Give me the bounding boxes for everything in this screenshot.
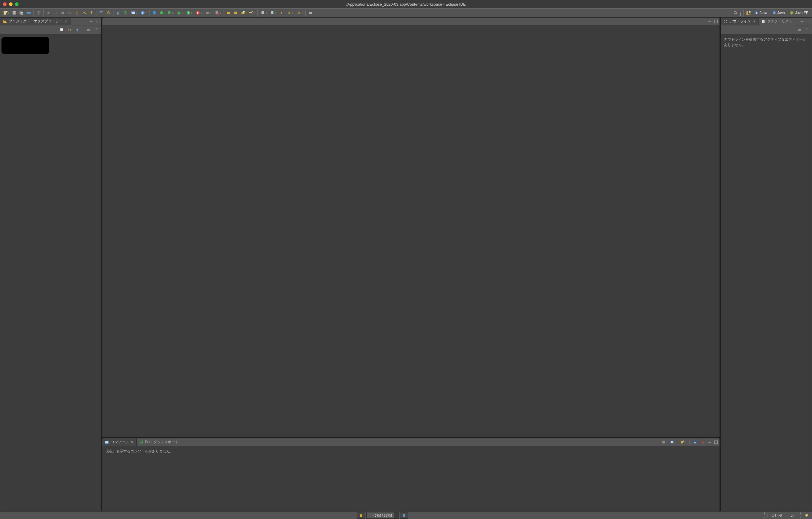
svg-rect-83 <box>671 441 673 443</box>
new-button[interactable]: +▾ <box>1 9 11 17</box>
heap-bar[interactable]: 467M / 537M <box>366 512 399 519</box>
run-button[interactable]: ▾ <box>184 9 194 17</box>
gear-button[interactable] <box>115 9 122 17</box>
step-into-button[interactable] <box>74 9 81 17</box>
build-button[interactable] <box>158 9 165 17</box>
svg-text:+: + <box>683 440 684 442</box>
skype-button[interactable]: S▾ <box>139 9 148 17</box>
open-task-button[interactable] <box>239 9 246 17</box>
outline-menu-button[interactable] <box>803 26 811 33</box>
svg-rect-16 <box>61 12 64 14</box>
new-wizard-button[interactable]: ✶▾ <box>259 9 268 17</box>
step-return-button[interactable] <box>88 9 95 17</box>
quick-access-button[interactable] <box>732 9 739 17</box>
maximize-view-button[interactable] <box>94 18 101 25</box>
power-icon <box>139 440 143 444</box>
autowired-button[interactable] <box>105 9 112 17</box>
open-console-button[interactable]: +▾ <box>678 439 688 446</box>
close-icon[interactable]: × <box>753 19 756 24</box>
view-menu-button[interactable] <box>92 26 100 33</box>
link-editor-button[interactable] <box>66 26 73 33</box>
minimize-console-button[interactable]: ─ <box>706 439 713 445</box>
minimize-editor-button[interactable]: ─ <box>706 18 713 25</box>
open-perspective-button[interactable]: + <box>745 9 752 17</box>
perspective-java-alt-label: Java <box>777 11 785 15</box>
main-toolbar: +▾ ▾ S▾ <box>0 8 812 17</box>
skip-breakpoints-button[interactable] <box>35 9 42 17</box>
outline-view: アウトライン × タスク・リスト ─ アウトラインを提供するアクティブなエディタ… <box>721 17 812 511</box>
browser-button[interactable]: ▾ <box>129 9 139 17</box>
console-tab[interactable]: コンソール × <box>103 438 137 446</box>
minimize-window-button[interactable] <box>9 2 12 6</box>
disconnect-button[interactable] <box>66 9 74 17</box>
svg-rect-10 <box>27 12 30 13</box>
editor-area: ─ <box>102 17 720 437</box>
tip-of-day-button[interactable] <box>803 512 810 519</box>
svg-point-41 <box>217 13 219 15</box>
ansi-disable-button[interactable]: A <box>699 439 706 446</box>
heap-toggle-button[interactable] <box>400 512 408 519</box>
toggle-breadcrumb-button[interactable] <box>25 9 32 17</box>
svg-rect-104 <box>360 515 362 517</box>
svg-text:J: J <box>774 12 775 14</box>
line-separator-status[interactable]: LF <box>786 513 799 518</box>
perspective-java[interactable]: J Java <box>752 9 770 17</box>
globe-button[interactable] <box>151 9 158 17</box>
focus-outline-button[interactable] <box>795 26 803 33</box>
minimize-outline-button[interactable]: ─ <box>799 18 805 25</box>
save-all-button[interactable] <box>18 9 25 17</box>
encoding-status[interactable]: UTF-8 <box>767 513 786 518</box>
open-type-button[interactable] <box>232 9 239 17</box>
svg-text:S: S <box>142 12 144 15</box>
pin-console-button[interactable] <box>660 439 667 446</box>
svg-rect-14 <box>55 12 55 14</box>
minimize-view-button[interactable]: ─ <box>88 18 94 25</box>
coverage-button[interactable]: ▾ <box>194 9 203 17</box>
external-tools-button[interactable]: ▾ <box>213 9 223 17</box>
maximize-outline-button[interactable] <box>805 18 812 25</box>
terminate-button[interactable] <box>59 9 66 17</box>
back-history-button[interactable]: ▾ <box>285 9 295 17</box>
search-dropdown-button[interactable]: ▾ <box>246 9 256 17</box>
outline-tab[interactable]: アウトライン × <box>721 18 759 25</box>
close-icon[interactable]: × <box>130 440 134 444</box>
project-explorer-tab[interactable]: プロジェクト・エクスプローラー × <box>0 18 70 25</box>
focus-task-button[interactable] <box>85 26 92 33</box>
editor-body[interactable] <box>103 25 720 437</box>
perspective-javaee[interactable]: Java EE <box>787 9 811 17</box>
debug-button[interactable]: ▾ <box>175 9 184 17</box>
close-window-button[interactable] <box>3 2 6 6</box>
suspend-button[interactable] <box>52 9 59 17</box>
save-button[interactable] <box>11 9 18 17</box>
align-left-button[interactable] <box>97 9 105 17</box>
power-button[interactable] <box>122 9 129 17</box>
step-over-button[interactable] <box>81 9 88 17</box>
task-list-tab[interactable]: タスク・リスト <box>759 18 795 25</box>
svg-rect-8 <box>21 12 23 13</box>
stop-dropdown-button[interactable]: ▾ <box>203 9 213 17</box>
new-package-button[interactable] <box>225 9 232 17</box>
perspective-java-alt[interactable]: J Java <box>770 9 787 17</box>
back-nav-button[interactable] <box>278 9 285 17</box>
resume-button[interactable] <box>45 9 52 17</box>
maximize-editor-button[interactable] <box>713 18 720 25</box>
zoom-window-button[interactable] <box>15 2 19 6</box>
filter-button[interactable] <box>74 26 81 33</box>
project-explorer-body[interactable] <box>0 34 101 511</box>
svg-point-46 <box>243 11 245 13</box>
svg-rect-67 <box>5 22 6 23</box>
forward-history-button[interactable]: ▾ <box>295 9 304 17</box>
svg-rect-109 <box>806 516 807 517</box>
import-button[interactable]: ▾ <box>268 9 278 17</box>
collapse-all-button[interactable] <box>58 26 65 33</box>
tag-button[interactable]: ▾ <box>165 9 175 17</box>
close-icon[interactable]: × <box>64 19 68 24</box>
ansi-enable-button[interactable]: @ <box>691 439 699 446</box>
svg-text:A: A <box>701 441 704 444</box>
perspective-switcher: + J Java J Java Java EE <box>743 9 811 17</box>
boot-dashboard-tab[interactable]: Boot ダッシュボード <box>137 438 181 446</box>
run-gc-button[interactable] <box>357 512 365 519</box>
display-console-button[interactable]: ▾ <box>668 439 677 446</box>
pin-editor-button[interactable] <box>307 9 314 17</box>
maximize-console-button[interactable] <box>713 439 720 445</box>
